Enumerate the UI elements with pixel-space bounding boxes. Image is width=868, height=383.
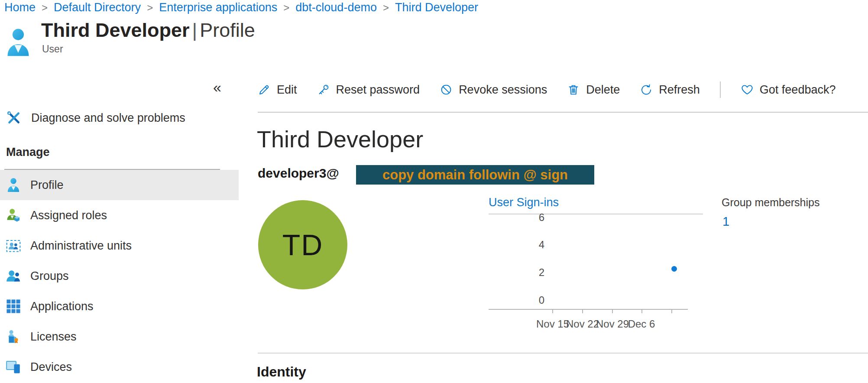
breadcrumb-separator: > — [147, 2, 153, 14]
chart-title-underline — [489, 214, 703, 214]
user-display-name: Third Developer — [257, 126, 423, 153]
avatar-initials: TD — [282, 228, 324, 262]
sidebar-item-groups[interactable]: Groups — [0, 261, 239, 291]
toolbar-separator — [720, 81, 721, 98]
x-tick-label: Dec 6 — [621, 318, 662, 330]
sidebar-item-label: Licenses — [30, 330, 77, 344]
group-memberships-count-link[interactable]: 1 — [722, 214, 729, 229]
button-label: Got feedback? — [760, 83, 836, 97]
group-memberships-label: Group memberships — [722, 196, 819, 209]
x-axis-tick — [641, 309, 642, 313]
person-icon — [6, 177, 21, 193]
sidebar-item-administrative-units[interactable]: Administrative units — [0, 230, 239, 261]
grid-icon — [6, 299, 21, 314]
breadcrumb-separator: > — [283, 2, 289, 14]
breadcrumb-enterprise-applications[interactable]: Enterprise applications — [159, 1, 277, 14]
key-icon — [317, 83, 330, 96]
sidebar-item-label: Administrative units — [30, 239, 132, 253]
got-feedback-button[interactable]: Got feedback? — [741, 83, 836, 97]
sidebar-collapse-button[interactable]: « — [213, 80, 221, 94]
y-tick-label: 4 — [525, 239, 544, 251]
people-icon — [6, 269, 21, 283]
sidebar-item-profile[interactable]: Profile — [0, 170, 239, 200]
x-axis-tick — [671, 309, 672, 313]
sidebar-item-label: Applications — [30, 300, 94, 313]
x-axis-tick — [582, 309, 583, 313]
sidebar-item-devices[interactable]: Devices — [0, 352, 239, 382]
admin-units-icon — [6, 238, 21, 253]
heart-icon — [741, 83, 754, 96]
y-tick-label: 0 — [525, 294, 544, 306]
sidebar-item-assigned-roles[interactable]: Assigned roles — [0, 200, 239, 230]
redaction-overlay: copy domain followin @ sign — [356, 165, 594, 185]
y-tick-label: 6 — [525, 211, 544, 224]
refresh-icon — [640, 83, 653, 96]
breadcrumb-separator: > — [42, 2, 48, 14]
breadcrumb-default-directory[interactable]: Default Directory — [54, 1, 141, 14]
chart-title-link[interactable]: User Sign-ins — [489, 196, 559, 209]
object-type-label: User — [42, 43, 63, 55]
user-signins-chart: User Sign-ins 6 4 2 0 Nov 15 Nov 22 Nov … — [489, 196, 709, 341]
reset-password-button[interactable]: Reset password — [317, 83, 420, 97]
button-label: Delete — [586, 83, 620, 97]
sidebar-item-label: Diagnose and solve problems — [31, 111, 185, 125]
x-axis-tick — [552, 309, 553, 313]
breadcrumb-dbt-cloud-demo[interactable]: dbt-cloud-demo — [295, 1, 377, 14]
signin-data-point — [671, 266, 677, 272]
trash-icon — [567, 83, 580, 96]
revoke-sessions-button[interactable]: Revoke sessions — [440, 83, 547, 97]
page-title: Third Developer|Profile — [41, 19, 255, 42]
breadcrumb-third-developer[interactable]: Third Developer — [395, 1, 478, 14]
sidebar-section-manage: Manage — [6, 146, 50, 159]
button-label: Refresh — [659, 83, 700, 97]
delete-button[interactable]: Delete — [567, 83, 620, 97]
y-tick-label: 2 — [525, 266, 544, 279]
redaction-note: copy domain followin @ sign — [382, 167, 568, 183]
devices-icon — [6, 360, 21, 374]
button-label: Revoke sessions — [459, 83, 547, 97]
breadcrumb: Home > Default Directory > Enterprise ap… — [4, 1, 478, 14]
sidebar-item-label: Assigned roles — [30, 209, 107, 222]
person-cube-icon — [6, 208, 21, 223]
identity-section-heading: Identity — [257, 364, 306, 380]
azure-user-profile-page: Home > Default Directory > Enterprise ap… — [0, 0, 868, 383]
license-icon — [6, 329, 21, 344]
sidebar-item-diagnose[interactable]: Diagnose and solve problems — [0, 107, 239, 129]
toolbar-divider — [258, 112, 868, 113]
x-axis-tick — [612, 309, 613, 313]
command-bar: Edit Reset password Revoke sessions — [258, 80, 836, 100]
sidebar-item-licenses[interactable]: Licenses — [0, 321, 239, 352]
page-title-name: Third Developer — [41, 19, 190, 41]
sidebar-item-label: Profile — [30, 179, 64, 192]
pencil-icon — [258, 83, 271, 96]
page-title-pipe: | — [190, 19, 200, 41]
avatar[interactable]: TD — [258, 200, 347, 289]
refresh-button[interactable]: Refresh — [640, 83, 700, 97]
button-label: Edit — [277, 83, 297, 97]
tools-icon — [6, 110, 22, 126]
user-icon — [6, 27, 30, 59]
user-principal-name: developer3@ — [258, 166, 339, 181]
sidebar-item-label: Devices — [30, 360, 72, 374]
section-divider — [258, 353, 868, 354]
x-axis-line — [489, 309, 688, 310]
page-title-section: Profile — [200, 19, 255, 41]
edit-button[interactable]: Edit — [258, 83, 297, 97]
breadcrumb-separator: > — [383, 2, 389, 14]
block-icon — [440, 83, 453, 96]
sidebar-item-label: Groups — [30, 269, 69, 283]
button-label: Reset password — [336, 83, 420, 97]
sidebar-item-applications[interactable]: Applications — [0, 291, 239, 321]
breadcrumb-home[interactable]: Home — [4, 1, 36, 14]
